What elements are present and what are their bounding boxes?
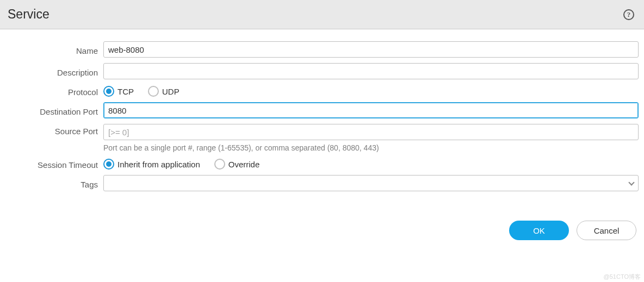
cancel-button[interactable]: Cancel xyxy=(577,221,636,240)
dialog-footer: OK Cancel xyxy=(0,205,644,247)
protocol-radio-group: TCP UDP xyxy=(103,85,639,97)
description-label: Description xyxy=(5,65,103,77)
radio-icon xyxy=(148,86,159,97)
description-input[interactable] xyxy=(103,63,639,79)
session-timeout-inherit-label: Inherit from application xyxy=(117,160,200,169)
tags-select[interactable] xyxy=(103,175,639,191)
dialog-header: Service ? xyxy=(0,0,644,29)
protocol-radio-udp[interactable]: UDP xyxy=(148,86,179,97)
protocol-radio-tcp[interactable]: TCP xyxy=(103,86,134,97)
destination-port-label: Destination Port xyxy=(5,104,103,116)
row-protocol: Protocol TCP UDP xyxy=(5,85,639,97)
protocol-udp-label: UDP xyxy=(162,87,179,96)
source-port-label: Source Port xyxy=(5,124,103,136)
row-name: Name xyxy=(5,41,639,58)
session-timeout-radio-inherit[interactable]: Inherit from application xyxy=(103,159,200,170)
dialog-title: Service xyxy=(8,7,49,22)
row-source-port: Source Port Port can be a single port #,… xyxy=(5,124,639,152)
source-port-input[interactable] xyxy=(103,124,639,140)
radio-icon xyxy=(214,159,225,170)
session-timeout-label: Session Timeout xyxy=(5,158,103,170)
row-tags: Tags xyxy=(5,175,639,191)
radio-icon xyxy=(103,159,114,170)
chevron-down-icon xyxy=(628,179,634,185)
protocol-label: Protocol xyxy=(5,85,103,97)
tags-label: Tags xyxy=(5,177,103,189)
ok-button[interactable]: OK xyxy=(509,221,569,240)
destination-port-input[interactable] xyxy=(103,102,639,118)
row-session-timeout: Session Timeout Inherit from application… xyxy=(5,158,639,170)
name-input[interactable] xyxy=(103,41,639,58)
session-timeout-radio-override[interactable]: Override xyxy=(214,159,260,170)
row-destination-port: Destination Port xyxy=(5,102,639,118)
name-label: Name xyxy=(5,43,103,55)
session-timeout-radio-group: Inherit from application Override xyxy=(103,158,639,170)
protocol-tcp-label: TCP xyxy=(117,87,134,96)
row-description: Description xyxy=(5,63,639,79)
help-icon[interactable]: ? xyxy=(623,9,634,20)
service-form: Name Description Protocol TCP UDP xyxy=(0,29,644,205)
radio-icon xyxy=(103,86,114,97)
port-hint-text: Port can be a single port #, range (1-65… xyxy=(103,143,639,152)
session-timeout-override-label: Override xyxy=(228,160,260,169)
